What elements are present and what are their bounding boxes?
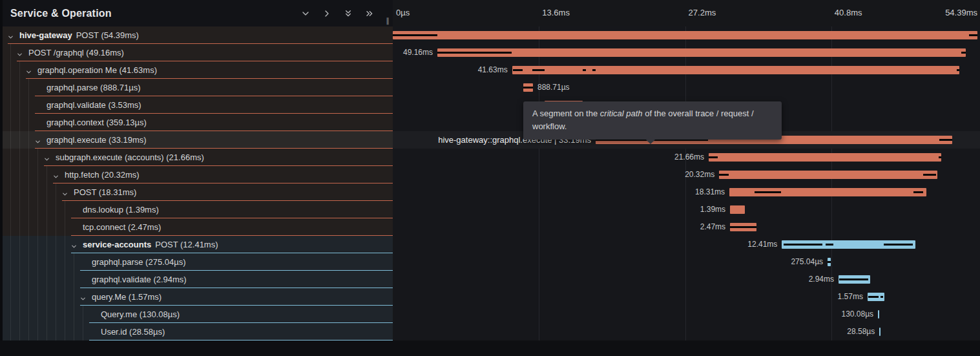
waterfall-row: 12.41ms — [393, 236, 980, 253]
span-bar[interactable] — [879, 328, 881, 336]
critical-path-segment — [839, 278, 868, 280]
critical-path-segment — [923, 174, 935, 176]
span-bar[interactable] — [868, 293, 884, 301]
span-row[interactable]: graphql.operation Me (41.63ms) — [0, 61, 393, 79]
span-name-label: dns.lookup (1.39ms) — [83, 201, 159, 218]
waterfall-row: 888.71µs — [393, 79, 980, 96]
panel-left-edge — [0, 0, 3, 340]
span-row[interactable]: POST (18.31ms) — [0, 183, 393, 201]
indent-guide — [37, 218, 38, 236]
indent-guide — [65, 218, 65, 236]
span-row[interactable]: subgraph.execute (accounts) (21.66ms) — [0, 149, 393, 166]
tooltip-text-pre: A segment on the — [532, 109, 600, 118]
chevron-down-icon[interactable] — [52, 171, 59, 178]
chevron-down-icon[interactable] — [43, 154, 50, 161]
span-bar[interactable] — [782, 240, 915, 249]
span-row[interactable]: tcp.connect (2.47ms) — [0, 218, 393, 236]
indent-guide — [10, 114, 11, 131]
indent-guide — [28, 323, 29, 340]
chevron-down-icon[interactable] — [34, 136, 41, 143]
indent-guide — [47, 218, 47, 236]
indent-guide — [19, 114, 20, 131]
span-bar[interactable] — [523, 83, 533, 92]
waterfall-row: 41.63ms — [393, 61, 980, 79]
span-name-label: http.fetch (20.32ms) — [65, 166, 140, 183]
chevron-right-icon[interactable] — [322, 8, 332, 19]
indent-guide — [19, 306, 20, 323]
span-bar[interactable] — [729, 188, 926, 196]
span-duration-label: 18.31ms — [695, 183, 725, 201]
span-row[interactable]: query.Me (1.57ms) — [0, 288, 393, 306]
critical-path-segment — [719, 174, 729, 176]
chevron-down-icon[interactable] — [7, 32, 14, 39]
indent-guide — [28, 306, 29, 323]
span-name-label: graphql.context (359.13µs) — [47, 114, 147, 131]
span-bar[interactable] — [709, 153, 941, 162]
indent-guide — [56, 218, 56, 236]
span-name-label: graphql.execute (33.19ms) — [47, 131, 147, 149]
span-row[interactable]: graphql.validate (2.94ms) — [0, 271, 393, 288]
span-bar[interactable] — [719, 171, 937, 179]
chevrons-down-icon[interactable] — [343, 8, 353, 19]
indent-guide — [10, 61, 11, 79]
span-bar[interactable] — [512, 66, 960, 74]
waterfall-row: 28.58µs — [393, 323, 980, 340]
chevron-down-icon[interactable] — [25, 67, 32, 74]
span-bar[interactable] — [393, 31, 977, 39]
span-bar[interactable] — [730, 223, 756, 231]
indent-guide — [28, 183, 29, 201]
span-name-label: POST (18.31ms) — [74, 183, 136, 201]
indent-guide — [47, 183, 47, 201]
chevron-down-icon[interactable] — [300, 8, 311, 19]
indent-guide — [28, 96, 29, 114]
span-row[interactable]: http.fetch (20.32ms) — [0, 166, 393, 183]
span-bar[interactable] — [730, 205, 745, 214]
chevron-down-icon[interactable] — [70, 241, 78, 248]
indent-guide — [56, 306, 56, 323]
critical-path-segment — [828, 261, 831, 263]
indent-guide — [19, 96, 20, 114]
span-bar[interactable] — [437, 48, 966, 57]
span-row[interactable]: hive-gatewayPOST (54.39ms) — [0, 26, 393, 44]
indent-guide — [19, 253, 20, 271]
waterfall-row: 130.08µs — [393, 306, 980, 323]
critical-path-segment — [939, 156, 941, 158]
chevron-down-icon[interactable] — [16, 49, 23, 56]
span-row[interactable]: graphql.validate (3.53ms) — [0, 96, 393, 114]
timeline-header: 0µs13.6ms27.2ms40.8ms54.39ms — [393, 0, 980, 26]
indent-guide — [37, 306, 38, 323]
span-row[interactable]: User.id (28.58µs) — [0, 323, 393, 340]
indent-guide — [10, 323, 11, 340]
indent-guide — [83, 306, 83, 323]
indent-guide — [19, 79, 20, 96]
header-icon-group — [300, 8, 375, 19]
panel-resize-handle[interactable]: ∥ — [386, 17, 391, 25]
span-name-label: graphql.validate (2.94ms) — [92, 271, 187, 288]
indent-guide — [65, 271, 65, 288]
chevron-down-icon[interactable] — [79, 293, 87, 300]
span-bar[interactable] — [839, 275, 870, 284]
span-row[interactable]: Query.me (130.08µs) — [0, 306, 393, 323]
indent-guide — [74, 253, 74, 271]
indent-guide — [10, 236, 11, 253]
span-row[interactable]: POST /graphql (49.16ms) — [0, 44, 393, 61]
span-row[interactable]: graphql.execute (33.19ms) — [0, 131, 393, 149]
chevron-down-icon[interactable] — [61, 189, 68, 196]
span-bar[interactable] — [828, 258, 831, 266]
indent-guide — [28, 166, 29, 183]
span-name-label: graphql.parse (888.71µs) — [47, 79, 141, 96]
indent-guide — [65, 236, 65, 253]
indent-guide — [10, 218, 11, 236]
span-bar[interactable] — [878, 310, 879, 319]
span-row[interactable]: dns.lookup (1.39ms) — [0, 201, 393, 218]
span-duration-label: 20.32ms — [685, 166, 714, 183]
waterfall-rows: 49.16ms41.63ms888.71µs3.53ms359.13µshive… — [393, 26, 980, 340]
span-row[interactable]: service-accountsPOST (12.41ms) — [0, 236, 393, 253]
span-row[interactable]: graphql.context (359.13µs) — [0, 114, 393, 131]
span-row[interactable]: graphql.parse (888.71µs) — [0, 79, 393, 96]
chevrons-right-icon[interactable] — [364, 8, 375, 19]
span-row[interactable]: graphql.parse (275.04µs) — [0, 253, 393, 271]
indent-guide — [37, 288, 38, 306]
critical-path-segment — [969, 34, 977, 36]
span-tree: hive-gatewayPOST (54.39ms)POST /graphql … — [0, 26, 393, 340]
